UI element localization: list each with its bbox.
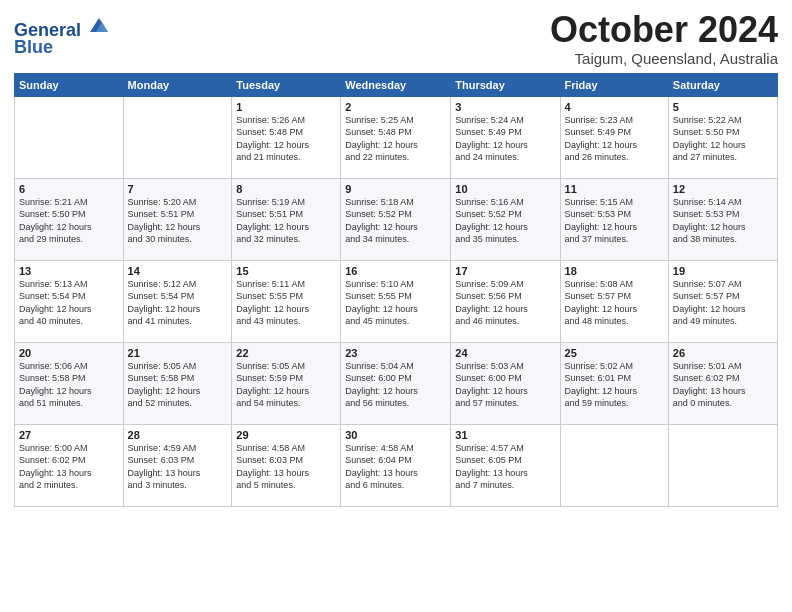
table-row: [123, 96, 232, 178]
calendar-table: Sunday Monday Tuesday Wednesday Thursday…: [14, 73, 778, 507]
table-row: 7Sunrise: 5:20 AM Sunset: 5:51 PM Daylig…: [123, 178, 232, 260]
table-row: 11Sunrise: 5:15 AM Sunset: 5:53 PM Dayli…: [560, 178, 668, 260]
day-info: Sunrise: 5:10 AM Sunset: 5:55 PM Dayligh…: [345, 278, 446, 328]
day-number: 14: [128, 265, 228, 277]
location-subtitle: Taigum, Queensland, Australia: [550, 50, 778, 67]
calendar-week-row: 1Sunrise: 5:26 AM Sunset: 5:48 PM Daylig…: [15, 96, 778, 178]
header-wednesday: Wednesday: [341, 73, 451, 96]
table-row: [15, 96, 124, 178]
logo-icon: [88, 14, 110, 36]
day-number: 6: [19, 183, 119, 195]
day-info: Sunrise: 5:21 AM Sunset: 5:50 PM Dayligh…: [19, 196, 119, 246]
table-row: 24Sunrise: 5:03 AM Sunset: 6:00 PM Dayli…: [451, 342, 560, 424]
day-info: Sunrise: 5:18 AM Sunset: 5:52 PM Dayligh…: [345, 196, 446, 246]
day-number: 20: [19, 347, 119, 359]
calendar-week-row: 20Sunrise: 5:06 AM Sunset: 5:58 PM Dayli…: [15, 342, 778, 424]
day-info: Sunrise: 4:57 AM Sunset: 6:05 PM Dayligh…: [455, 442, 555, 492]
day-info: Sunrise: 4:58 AM Sunset: 6:04 PM Dayligh…: [345, 442, 446, 492]
day-number: 9: [345, 183, 446, 195]
table-row: 2Sunrise: 5:25 AM Sunset: 5:48 PM Daylig…: [341, 96, 451, 178]
table-row: 23Sunrise: 5:04 AM Sunset: 6:00 PM Dayli…: [341, 342, 451, 424]
table-row: [560, 424, 668, 506]
day-number: 8: [236, 183, 336, 195]
day-info: Sunrise: 5:14 AM Sunset: 5:53 PM Dayligh…: [673, 196, 773, 246]
calendar-week-row: 13Sunrise: 5:13 AM Sunset: 5:54 PM Dayli…: [15, 260, 778, 342]
header-tuesday: Tuesday: [232, 73, 341, 96]
day-number: 17: [455, 265, 555, 277]
day-info: Sunrise: 5:00 AM Sunset: 6:02 PM Dayligh…: [19, 442, 119, 492]
day-info: Sunrise: 5:26 AM Sunset: 5:48 PM Dayligh…: [236, 114, 336, 164]
logo: General Blue: [14, 14, 110, 58]
table-row: 27Sunrise: 5:00 AM Sunset: 6:02 PM Dayli…: [15, 424, 124, 506]
day-info: Sunrise: 5:22 AM Sunset: 5:50 PM Dayligh…: [673, 114, 773, 164]
table-row: 8Sunrise: 5:19 AM Sunset: 5:51 PM Daylig…: [232, 178, 341, 260]
table-row: 20Sunrise: 5:06 AM Sunset: 5:58 PM Dayli…: [15, 342, 124, 424]
day-number: 18: [565, 265, 664, 277]
day-number: 19: [673, 265, 773, 277]
day-info: Sunrise: 4:58 AM Sunset: 6:03 PM Dayligh…: [236, 442, 336, 492]
table-row: 19Sunrise: 5:07 AM Sunset: 5:57 PM Dayli…: [668, 260, 777, 342]
table-row: 29Sunrise: 4:58 AM Sunset: 6:03 PM Dayli…: [232, 424, 341, 506]
day-number: 1: [236, 101, 336, 113]
table-row: 9Sunrise: 5:18 AM Sunset: 5:52 PM Daylig…: [341, 178, 451, 260]
day-info: Sunrise: 5:11 AM Sunset: 5:55 PM Dayligh…: [236, 278, 336, 328]
day-info: Sunrise: 4:59 AM Sunset: 6:03 PM Dayligh…: [128, 442, 228, 492]
day-info: Sunrise: 5:20 AM Sunset: 5:51 PM Dayligh…: [128, 196, 228, 246]
day-number: 30: [345, 429, 446, 441]
logo-text-block: General Blue: [14, 14, 110, 58]
day-number: 29: [236, 429, 336, 441]
day-number: 22: [236, 347, 336, 359]
day-info: Sunrise: 5:03 AM Sunset: 6:00 PM Dayligh…: [455, 360, 555, 410]
day-info: Sunrise: 5:07 AM Sunset: 5:57 PM Dayligh…: [673, 278, 773, 328]
day-info: Sunrise: 5:24 AM Sunset: 5:49 PM Dayligh…: [455, 114, 555, 164]
table-row: 5Sunrise: 5:22 AM Sunset: 5:50 PM Daylig…: [668, 96, 777, 178]
table-row: 26Sunrise: 5:01 AM Sunset: 6:02 PM Dayli…: [668, 342, 777, 424]
day-number: 25: [565, 347, 664, 359]
day-number: 24: [455, 347, 555, 359]
day-info: Sunrise: 5:08 AM Sunset: 5:57 PM Dayligh…: [565, 278, 664, 328]
day-number: 3: [455, 101, 555, 113]
day-number: 5: [673, 101, 773, 113]
day-number: 10: [455, 183, 555, 195]
table-row: 22Sunrise: 5:05 AM Sunset: 5:59 PM Dayli…: [232, 342, 341, 424]
day-info: Sunrise: 5:16 AM Sunset: 5:52 PM Dayligh…: [455, 196, 555, 246]
table-row: 17Sunrise: 5:09 AM Sunset: 5:56 PM Dayli…: [451, 260, 560, 342]
day-number: 27: [19, 429, 119, 441]
day-number: 16: [345, 265, 446, 277]
table-row: 1Sunrise: 5:26 AM Sunset: 5:48 PM Daylig…: [232, 96, 341, 178]
day-info: Sunrise: 5:02 AM Sunset: 6:01 PM Dayligh…: [565, 360, 664, 410]
table-row: 30Sunrise: 4:58 AM Sunset: 6:04 PM Dayli…: [341, 424, 451, 506]
table-row: 6Sunrise: 5:21 AM Sunset: 5:50 PM Daylig…: [15, 178, 124, 260]
day-info: Sunrise: 5:05 AM Sunset: 5:59 PM Dayligh…: [236, 360, 336, 410]
day-info: Sunrise: 5:12 AM Sunset: 5:54 PM Dayligh…: [128, 278, 228, 328]
day-number: 23: [345, 347, 446, 359]
day-number: 4: [565, 101, 664, 113]
day-number: 28: [128, 429, 228, 441]
table-row: 4Sunrise: 5:23 AM Sunset: 5:49 PM Daylig…: [560, 96, 668, 178]
table-row: 31Sunrise: 4:57 AM Sunset: 6:05 PM Dayli…: [451, 424, 560, 506]
day-info: Sunrise: 5:09 AM Sunset: 5:56 PM Dayligh…: [455, 278, 555, 328]
table-row: 18Sunrise: 5:08 AM Sunset: 5:57 PM Dayli…: [560, 260, 668, 342]
header-thursday: Thursday: [451, 73, 560, 96]
day-number: 7: [128, 183, 228, 195]
header-monday: Monday: [123, 73, 232, 96]
table-row: 25Sunrise: 5:02 AM Sunset: 6:01 PM Dayli…: [560, 342, 668, 424]
page-container: General Blue October 2024 Taigum, Queens…: [0, 0, 792, 513]
header-sunday: Sunday: [15, 73, 124, 96]
table-row: 16Sunrise: 5:10 AM Sunset: 5:55 PM Dayli…: [341, 260, 451, 342]
day-info: Sunrise: 5:23 AM Sunset: 5:49 PM Dayligh…: [565, 114, 664, 164]
calendar-week-row: 27Sunrise: 5:00 AM Sunset: 6:02 PM Dayli…: [15, 424, 778, 506]
day-number: 2: [345, 101, 446, 113]
day-number: 11: [565, 183, 664, 195]
header-friday: Friday: [560, 73, 668, 96]
day-info: Sunrise: 5:25 AM Sunset: 5:48 PM Dayligh…: [345, 114, 446, 164]
day-number: 15: [236, 265, 336, 277]
table-row: 21Sunrise: 5:05 AM Sunset: 5:58 PM Dayli…: [123, 342, 232, 424]
day-info: Sunrise: 5:19 AM Sunset: 5:51 PM Dayligh…: [236, 196, 336, 246]
day-number: 21: [128, 347, 228, 359]
day-info: Sunrise: 5:06 AM Sunset: 5:58 PM Dayligh…: [19, 360, 119, 410]
day-info: Sunrise: 5:15 AM Sunset: 5:53 PM Dayligh…: [565, 196, 664, 246]
page-header: General Blue October 2024 Taigum, Queens…: [14, 10, 778, 67]
day-info: Sunrise: 5:05 AM Sunset: 5:58 PM Dayligh…: [128, 360, 228, 410]
table-row: 15Sunrise: 5:11 AM Sunset: 5:55 PM Dayli…: [232, 260, 341, 342]
